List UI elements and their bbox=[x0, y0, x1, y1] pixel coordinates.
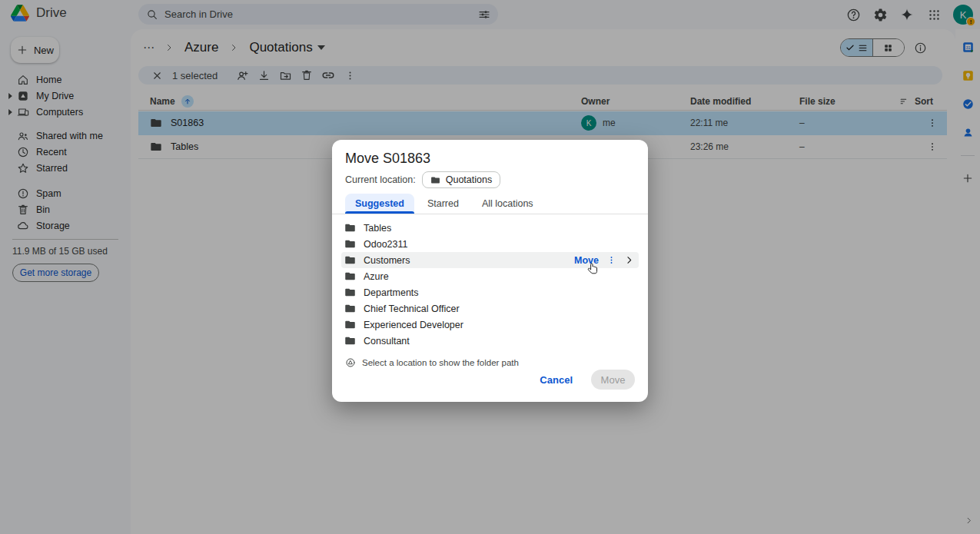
folder-icon bbox=[344, 238, 356, 250]
dialog-title: Move S01863 bbox=[345, 151, 430, 167]
tab-suggested[interactable]: Suggested bbox=[345, 194, 414, 214]
folder-icon bbox=[344, 303, 356, 314]
open-folder-chevron-icon[interactable] bbox=[624, 255, 634, 265]
folder-option-chief-technical-officer[interactable]: Chief Technical Officer bbox=[341, 300, 639, 317]
current-location-row: Current location: Quotations bbox=[345, 171, 500, 188]
folder-option-consultant[interactable]: Consultant bbox=[341, 333, 639, 349]
folder-path-hint: Select a location to show the folder pat… bbox=[345, 357, 519, 368]
folder-icon bbox=[344, 287, 356, 298]
current-location-chip[interactable]: Quotations bbox=[422, 171, 500, 188]
folder-icon bbox=[344, 254, 356, 266]
folder-icon bbox=[344, 319, 356, 330]
folder-option-tables[interactable]: Tables bbox=[341, 220, 639, 236]
folder-suggestions-list: Tables Odoo2311 Customers Move Azure Dep… bbox=[341, 220, 639, 349]
folder-option-experienced-developer[interactable]: Experienced Developer bbox=[341, 317, 639, 333]
tab-starred[interactable]: Starred bbox=[417, 194, 469, 214]
current-location-label: Current location: bbox=[345, 174, 416, 185]
folder-option-odoo2311[interactable]: Odoo2311 bbox=[341, 236, 639, 252]
folder-more-icon[interactable] bbox=[606, 255, 616, 265]
mouse-cursor-hand bbox=[586, 262, 600, 277]
dialog-tabs: Suggested Starred All locations bbox=[345, 194, 543, 214]
dialog-actions: Cancel Move bbox=[540, 370, 635, 390]
folder-icon bbox=[344, 335, 356, 347]
move-dialog: Move S01863 Current location: Quotations… bbox=[332, 140, 648, 402]
folder-icon bbox=[344, 222, 356, 234]
folder-hover-actions: Move bbox=[574, 255, 634, 266]
tabs-divider bbox=[332, 214, 648, 214]
folder-path-icon bbox=[345, 357, 356, 368]
folder-icon bbox=[430, 175, 440, 185]
folder-option-departments[interactable]: Departments bbox=[341, 284, 639, 300]
move-button[interactable]: Move bbox=[591, 370, 635, 390]
folder-icon bbox=[344, 270, 356, 282]
tab-all-locations[interactable]: All locations bbox=[472, 194, 543, 214]
cancel-button[interactable]: Cancel bbox=[540, 374, 573, 386]
